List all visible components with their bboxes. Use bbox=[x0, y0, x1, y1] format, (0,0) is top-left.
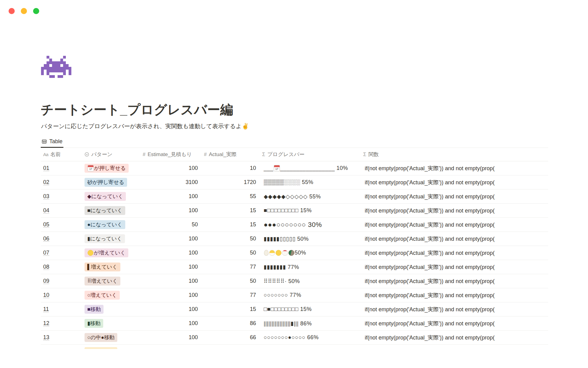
name-cell[interactable]: 02 bbox=[41, 175, 82, 189]
pattern-cell[interactable]: ■移動 bbox=[82, 302, 140, 316]
actual-cell[interactable]: 10 bbox=[202, 161, 260, 175]
pattern-cell[interactable]: ◆になっていく bbox=[82, 190, 140, 203]
column-header-actual[interactable]: #Actual_実際 bbox=[202, 148, 260, 161]
progress-bar-cell: ▒▒▒▒▒░░░░ 55% bbox=[260, 175, 361, 189]
page-icon[interactable] bbox=[41, 56, 71, 78]
name-cell[interactable]: 14 bbox=[41, 345, 82, 349]
name-cell[interactable]: 07 bbox=[41, 246, 82, 260]
estimate-cell[interactable]: 100 bbox=[140, 161, 202, 175]
table-row: 02砂が押し寄せる31001720▒▒▒▒▒░░░░ 55%if(not emp… bbox=[41, 175, 548, 190]
row-title-link[interactable]: 04 bbox=[43, 207, 49, 214]
row-title-link[interactable]: 05 bbox=[43, 221, 49, 228]
estimate-cell[interactable]: 100 bbox=[140, 331, 202, 344]
name-cell[interactable]: 04 bbox=[41, 204, 82, 217]
actual-cell[interactable]: 55 bbox=[202, 190, 260, 203]
progress-bar-cell: ●72% bbox=[260, 345, 361, 349]
zoom-button[interactable] bbox=[33, 8, 39, 14]
pattern-tag: ○の中●移動 bbox=[85, 333, 117, 342]
column-header-estimate[interactable]: #Estimate_見積もり bbox=[140, 148, 202, 161]
name-cell[interactable]: 11 bbox=[41, 302, 82, 316]
row-title-link[interactable]: 10 bbox=[43, 292, 49, 298]
pattern-cell[interactable]: ○の中●移動 bbox=[82, 331, 140, 344]
pattern-cell[interactable]: ■になっていく bbox=[82, 204, 140, 217]
row-title-link[interactable]: 12 bbox=[43, 320, 49, 327]
hatching-chick-icon bbox=[269, 250, 275, 256]
name-cell[interactable]: 01 bbox=[41, 161, 82, 175]
estimate-cell[interactable]: 100 bbox=[140, 260, 202, 274]
estimate-cell[interactable]: 100 bbox=[140, 246, 202, 260]
estimate-cell[interactable]: 100 bbox=[140, 274, 202, 288]
pattern-tag-text: ◆になっていく bbox=[87, 192, 123, 201]
pattern-cell[interactable]: ▮移動 bbox=[82, 316, 140, 330]
pattern-tag-text: ▮移動 bbox=[87, 319, 100, 328]
name-cell[interactable]: 12 bbox=[41, 316, 82, 330]
estimate-cell[interactable]: 100 bbox=[140, 316, 202, 330]
actual-cell[interactable]: 15 bbox=[202, 204, 260, 217]
name-cell[interactable]: 05 bbox=[41, 218, 82, 232]
actual-cell[interactable]: 50 bbox=[202, 246, 260, 260]
actual-cell[interactable]: 77 bbox=[202, 260, 260, 274]
actual-cell[interactable]: 50 bbox=[202, 232, 260, 246]
actual-cell[interactable]: 15 bbox=[202, 218, 260, 232]
estimate-cell[interactable]: 100 bbox=[140, 302, 202, 316]
page-title[interactable]: チートシート_プログレスバー編 bbox=[41, 101, 469, 118]
pattern-cell[interactable]: ○増えていく bbox=[82, 288, 140, 302]
column-header-pattern[interactable]: パターン bbox=[82, 148, 140, 161]
estimate-cell[interactable]: 100 bbox=[140, 288, 202, 302]
victory-hand-emoji: ✌️ bbox=[242, 123, 249, 129]
row-title-link[interactable]: 09 bbox=[43, 278, 49, 284]
estimate-cell[interactable]: 100 bbox=[140, 204, 202, 217]
progress-bar-text: ▮▮▮▮▮▮▮ 77% bbox=[264, 264, 299, 270]
pattern-tag: 砂が押し寄せる bbox=[85, 178, 127, 187]
name-cell[interactable]: 06 bbox=[41, 232, 82, 246]
progress-bar-text: ●●●○○○○○○○ 30% bbox=[264, 221, 322, 229]
row-title-link[interactable]: 14 bbox=[43, 348, 49, 349]
pattern-cell[interactable]: が増えていく bbox=[82, 246, 140, 260]
row-title-link[interactable]: 07 bbox=[43, 250, 49, 256]
estimate-cell[interactable]: 100 bbox=[140, 190, 202, 203]
actual-cell[interactable]: 66 bbox=[202, 331, 260, 344]
actual-cell[interactable]: 86 bbox=[202, 316, 260, 330]
column-header-formula[interactable]: Σ関数 bbox=[361, 148, 548, 161]
actual-cell[interactable]: 72 bbox=[202, 345, 260, 349]
pattern-cell[interactable]: ●になっていく bbox=[82, 218, 140, 232]
row-title-link[interactable]: 02 bbox=[43, 179, 49, 186]
minimize-button[interactable] bbox=[21, 8, 27, 14]
row-title-link[interactable]: 11 bbox=[43, 306, 49, 312]
pattern-cell[interactable]: ○の中●移動 bbox=[82, 345, 140, 349]
estimate-cell[interactable]: 50 bbox=[140, 218, 202, 232]
name-cell[interactable]: 13 bbox=[41, 331, 82, 344]
tab-table[interactable]: Table bbox=[41, 136, 63, 148]
column-header-name[interactable]: Aa名前 bbox=[41, 148, 82, 161]
close-button[interactable] bbox=[9, 8, 15, 14]
pattern-cell[interactable]: 17が押し寄せる bbox=[82, 161, 140, 175]
actual-cell[interactable]: 50 bbox=[202, 274, 260, 288]
column-header-bar[interactable]: Σプログレスバー bbox=[260, 148, 361, 161]
table-row: 06▮になっていく10050▮▮▮▮▮▯▯▯▯▯ 50%if(not empty… bbox=[41, 232, 548, 246]
name-cell[interactable]: 10 bbox=[41, 288, 82, 302]
row-title-link[interactable]: 08 bbox=[43, 264, 49, 270]
page-subtitle[interactable]: パターンに応じたプログレスバーが表示され、実関数も連動して表示するよ✌️ bbox=[41, 122, 500, 130]
formula-cell: if(not empty(prop('Actual_実際')) and not … bbox=[361, 331, 548, 344]
pattern-cell[interactable]: ⠿増えていく bbox=[82, 274, 140, 288]
row-title-link[interactable]: 03 bbox=[43, 193, 49, 200]
table-row: 0117が押し寄せる10010___17_________________ 10… bbox=[41, 161, 548, 175]
pattern-cell[interactable]: ▌増えていく bbox=[82, 260, 140, 274]
formula-cell: if(not empty(prop('Actual_実際')) and not … bbox=[361, 260, 548, 274]
row-title-link[interactable]: 06 bbox=[43, 236, 49, 242]
actual-cell[interactable]: 77 bbox=[202, 288, 260, 302]
name-cell[interactable]: 09 bbox=[41, 274, 82, 288]
pattern-cell[interactable]: ▮になっていく bbox=[82, 232, 140, 246]
progress-bar-text: |||||||||||||||||▮||| 86% bbox=[264, 320, 312, 327]
pattern-cell[interactable]: 砂が押し寄せる bbox=[82, 175, 140, 189]
row-title-link[interactable]: 13 bbox=[43, 334, 49, 341]
row-title-link[interactable]: 01 bbox=[43, 165, 49, 171]
name-cell[interactable]: 03 bbox=[41, 190, 82, 203]
table-row: 07が増えていく10050 50%if(not empty(prop('Actu… bbox=[41, 246, 548, 260]
estimate-cell[interactable]: 100 bbox=[140, 232, 202, 246]
name-cell[interactable]: 08 bbox=[41, 260, 82, 274]
actual-cell[interactable]: 15 bbox=[202, 302, 260, 316]
actual-cell[interactable]: 1720 bbox=[202, 175, 260, 189]
estimate-cell[interactable]: 3100 bbox=[140, 175, 202, 189]
estimate-cell[interactable]: 100 bbox=[140, 345, 202, 349]
